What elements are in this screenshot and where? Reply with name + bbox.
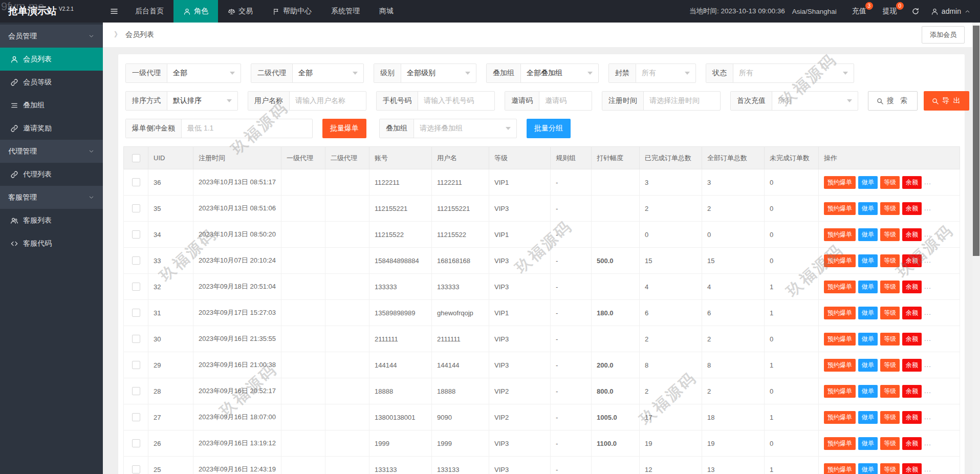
batch-group-select[interactable]: 请选择叠加组 [414,119,516,138]
make-order-button[interactable]: 做单 [858,202,878,215]
batch-group-button[interactable]: 批量分组 [527,119,571,138]
nav-item-dashboard[interactable]: 后台首页 [125,0,173,23]
sidebar-item-agent-list[interactable]: 代理列表 [0,163,103,186]
sidebar-item-service-list[interactable]: 客服列表 [0,209,103,232]
more-actions-button[interactable]: ... [924,361,931,369]
level-button[interactable]: 等级 [880,281,900,293]
level-button[interactable]: 等级 [880,359,900,372]
reserve-explode-button[interactable]: 预约爆单 [824,202,856,215]
reserve-explode-button[interactable]: 预约爆单 [824,281,856,293]
select-all-checkbox[interactable] [132,154,140,162]
balance-button[interactable]: 余额 [902,254,922,267]
nav-item-shop[interactable]: 商城 [369,0,403,23]
sidebar-item-invite-reward[interactable]: 邀请奖励 [0,117,103,140]
filter-ban-select[interactable]: 所有 [636,64,695,82]
level-button[interactable]: 等级 [880,385,900,398]
level-button[interactable]: 等级 [880,437,900,450]
sidebar-item-service-code[interactable]: 客服代码 [0,232,103,255]
more-actions-button[interactable]: ... [924,413,931,421]
filter-invite-code-input[interactable]: 邀请码 [539,92,592,110]
reserve-explode-button[interactable]: 预约爆单 [824,385,856,398]
filter-status-select[interactable]: 所有 [733,64,854,82]
make-order-button[interactable]: 做单 [858,228,878,241]
sidebar-item-stack-group[interactable]: 叠加组 [0,94,103,117]
row-checkbox[interactable] [132,230,140,239]
make-order-button[interactable]: 做单 [858,254,878,267]
row-checkbox[interactable] [132,361,140,369]
reserve-explode-button[interactable]: 预约爆单 [824,307,856,319]
level-button[interactable]: 等级 [880,307,900,319]
sidebar-item-member-level[interactable]: 会员等级 [0,71,103,94]
balance-button[interactable]: 余额 [902,385,922,398]
add-member-button[interactable]: 添加会员 [922,26,965,44]
balance-button[interactable]: 余额 [902,333,922,346]
sidebar-item-member-list[interactable]: 会员列表 [0,48,103,71]
sidebar-group-agent-mgmt[interactable]: 代理管理 [0,140,103,163]
row-checkbox[interactable] [132,309,140,317]
make-order-button[interactable]: 做单 [858,176,878,189]
row-checkbox[interactable] [132,465,140,473]
vertical-scrollbar[interactable] [972,23,980,474]
explode-amount-input[interactable]: 最低 1.1 [182,119,312,138]
row-checkbox[interactable] [132,178,140,186]
sidebar-group-member-mgmt[interactable]: 会员管理 [0,25,103,48]
filter-agent1-select[interactable]: 全部 [167,64,241,82]
make-order-button[interactable]: 做单 [858,359,878,372]
filter-phone-input[interactable]: 请输入手机号码 [418,92,494,110]
reserve-explode-button[interactable]: 预约爆单 [824,437,856,450]
row-checkbox[interactable] [132,204,140,212]
sidebar-group-service-mgmt[interactable]: 客服管理 [0,186,103,209]
more-actions-button[interactable]: ... [924,204,931,212]
nav-recharge-link[interactable]: 充值3 [844,0,875,23]
nav-item-help[interactable]: 帮助中心 [263,0,321,23]
balance-button[interactable]: 余额 [902,176,922,189]
more-actions-button[interactable]: ... [924,465,931,473]
search-button[interactable]: 搜 索 [868,91,918,111]
level-button[interactable]: 等级 [880,176,900,189]
filter-level-select[interactable]: 全部级别 [401,64,476,82]
row-checkbox[interactable] [132,335,140,343]
balance-button[interactable]: 余额 [902,228,922,241]
row-checkbox[interactable] [132,439,140,447]
reserve-explode-button[interactable]: 预约爆单 [824,463,856,474]
nav-item-role[interactable]: 角色 [173,0,218,23]
filter-first-recharge-select[interactable]: 所有 [772,92,858,110]
more-actions-button[interactable]: ... [924,230,931,238]
reserve-explode-button[interactable]: 预约爆单 [824,254,856,267]
row-checkbox[interactable] [132,256,140,265]
filter-reg-time-input[interactable]: 请选择注册时间 [644,92,720,110]
nav-withdraw-link[interactable]: 提现0 [875,0,905,23]
more-actions-button[interactable]: ... [924,309,931,316]
sidebar-collapse-icon[interactable] [103,0,125,23]
more-actions-button[interactable]: ... [924,178,931,186]
user-menu[interactable]: admin [926,7,980,15]
more-actions-button[interactable]: ... [924,283,931,290]
balance-button[interactable]: 余额 [902,463,922,474]
reserve-explode-button[interactable]: 预约爆单 [824,228,856,241]
row-checkbox[interactable] [132,387,140,395]
more-actions-button[interactable]: ... [924,335,931,342]
filter-sort-select[interactable]: 默认排序 [167,92,237,110]
filter-stack-group-select[interactable]: 全部叠加组 [521,64,598,82]
level-button[interactable]: 等级 [880,254,900,267]
reserve-explode-button[interactable]: 预约爆单 [824,359,856,372]
balance-button[interactable]: 余额 [902,411,922,424]
make-order-button[interactable]: 做单 [858,385,878,398]
make-order-button[interactable]: 做单 [858,463,878,474]
make-order-button[interactable]: 做单 [858,281,878,293]
scrollbar-thumb[interactable] [973,26,979,256]
balance-button[interactable]: 余额 [902,359,922,372]
more-actions-button[interactable]: ... [924,387,931,395]
nav-item-system[interactable]: 系统管理 [321,0,369,23]
filter-username-input[interactable]: 请输入用户名称 [290,92,366,110]
balance-button[interactable]: 余额 [902,281,922,293]
batch-explode-button[interactable]: 批量爆单 [322,119,366,138]
level-button[interactable]: 等级 [880,463,900,474]
filter-agent2-select[interactable]: 全部 [293,64,363,82]
make-order-button[interactable]: 做单 [858,307,878,319]
more-actions-button[interactable]: ... [924,256,931,264]
refresh-icon[interactable] [905,0,926,23]
row-checkbox[interactable] [132,283,140,291]
level-button[interactable]: 等级 [880,202,900,215]
balance-button[interactable]: 余额 [902,437,922,450]
